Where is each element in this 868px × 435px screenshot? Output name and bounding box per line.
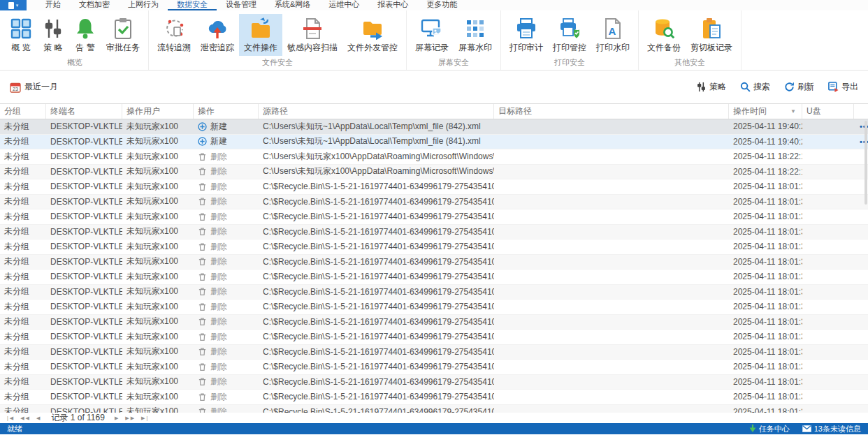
table-row[interactable]: 未分组DESKTOP-VLKTLE1未知玩家x100删除C:\$Recycle.… xyxy=(0,239,868,255)
unread-messages-button[interactable]: 13条未读信息 xyxy=(802,424,861,434)
table-row[interactable]: 未分组DESKTOP-VLKTLE1未知玩家x100删除C:\$Recycle.… xyxy=(0,375,868,390)
user-cell: 未知玩家x100 xyxy=(122,405,194,413)
table-row[interactable]: 未分组DESKTOP-VLKTLE1未知玩家x100删除C:\$Recycle.… xyxy=(0,315,868,330)
ribbon-button-打印管控[interactable]: 打印管控 xyxy=(548,14,591,56)
ribbon-button-打印审计[interactable]: 打印审计 xyxy=(505,14,548,56)
next-page-button[interactable]: ▶ xyxy=(115,415,120,421)
toolbar-策略-button[interactable]: 策略 xyxy=(696,81,726,93)
table-row[interactable]: 未分组DESKTOP-VLKTLE1未知玩家x100删除C:\$Recycle.… xyxy=(0,300,868,315)
ribbon-button-流转追溯[interactable]: 流转追溯 xyxy=(152,14,196,56)
ribbon-button-文件备份[interactable]: 文件备份 xyxy=(642,14,686,56)
usb-cell xyxy=(802,315,854,330)
operation-label: 删除 xyxy=(210,181,227,193)
column-header-U盘[interactable]: U盘 xyxy=(802,104,854,119)
app-file-icon xyxy=(8,2,14,9)
clipboard-doc-icon xyxy=(700,17,723,40)
table-row[interactable]: 未分组DESKTOP-VLKTLE1未知玩家x100删除C:\Users\未知玩… xyxy=(0,149,868,165)
operation-label: 删除 xyxy=(210,151,227,163)
terminal-cell: DESKTOP-VLKTLE1 xyxy=(46,300,122,314)
column-header-源路径[interactable]: 源路径 xyxy=(259,104,494,119)
menu-tab-系统&网络[interactable]: 系统&网络 xyxy=(266,0,319,10)
date-range-filter[interactable]: 23 最近一月 xyxy=(10,81,58,93)
printer-icon xyxy=(515,17,537,40)
usb-cell xyxy=(802,195,854,209)
table-row[interactable]: 未分组DESKTOP-VLKTLE1未知玩家x100删除C:\$Recycle.… xyxy=(0,255,868,270)
table-row[interactable]: 未分组DESKTOP-VLKTLE1未知玩家x100删除C:\$Recycle.… xyxy=(0,360,868,375)
ribbon-button-打印水印[interactable]: A打印水印 xyxy=(591,14,635,56)
ribbon-button-泄密追踪[interactable]: 泄密追踪 xyxy=(196,14,239,56)
next-block-button[interactable]: ▶▶ xyxy=(125,415,136,421)
column-header-操作时间[interactable]: 操作时间▼ xyxy=(729,104,802,119)
menu-tab-设备管理[interactable]: 设备管理 xyxy=(217,0,266,10)
trash-icon xyxy=(198,212,207,221)
ribbon-button-label: 审批任务 xyxy=(106,42,140,54)
src-path-cell: C:\$Recycle.Bin\S-1-5-21-1619774401-6349… xyxy=(259,225,494,239)
time-filter-caret-icon[interactable]: ▼ xyxy=(790,108,796,115)
prev-page-button[interactable]: ◀ xyxy=(36,415,41,421)
table-row[interactable]: 未分组DESKTOP-VLKTLE1未知玩家x100删除C:\Users\未知玩… xyxy=(0,165,868,180)
terminal-cell: DESKTOP-VLKTLE1 xyxy=(46,315,122,330)
table-row[interactable]: 未分组DESKTOP-VLKTLE1未知玩家x100删除C:\$Recycle.… xyxy=(0,285,868,300)
table-row[interactable]: 未分组DESKTOP-VLKTLE1未知玩家x100删除C:\$Recycle.… xyxy=(0,225,868,240)
ribbon-button-策略[interactable]: 策 略 xyxy=(37,14,69,56)
calendar-icon: 23 xyxy=(10,82,21,93)
column-header-目标路径[interactable]: 目标路径 xyxy=(494,104,729,119)
table-row[interactable]: 未分组DESKTOP-VLKTLE1未知玩家x100删除C:\$Recycle.… xyxy=(0,390,868,405)
column-header-actions[interactable] xyxy=(854,104,868,119)
ribbon-button-概览[interactable]: 概 览 xyxy=(5,14,37,56)
row-actions-cell xyxy=(854,330,868,344)
table-row[interactable]: 未分组DESKTOP-VLKTLE1未知玩家x100删除C:\$Recycle.… xyxy=(0,270,868,285)
table-row[interactable]: 未分组DESKTOP-VLKTLE1未知玩家x100删除C:\$Recycle.… xyxy=(0,405,868,413)
ribbon-button-文件外发管控[interactable]: 文件外发管控 xyxy=(342,14,403,56)
menu-tab-上网行为[interactable]: 上网行为 xyxy=(119,0,168,10)
task-center-button[interactable]: 任务中心 xyxy=(749,424,790,434)
toolbar-搜索-button[interactable]: 搜索 xyxy=(740,81,770,93)
trash-icon xyxy=(198,227,207,236)
ribbon-button-剪切板记录[interactable]: 剪切板记录 xyxy=(686,14,737,56)
first-page-button[interactable]: |◀ xyxy=(7,415,15,421)
menu-tab-更多功能[interactable]: 更多功能 xyxy=(417,0,466,10)
column-header-分组[interactable]: 分组 xyxy=(0,104,46,119)
ribbon-button-屏幕水印[interactable]: 屏幕水印 xyxy=(454,14,497,56)
menu-tab-运维中心[interactable]: 运维中心 xyxy=(319,0,368,10)
column-header-操作用户[interactable]: 操作用户 xyxy=(122,104,194,119)
user-cell: 未知玩家x100 xyxy=(122,239,194,254)
src-path-cell: C:\Users\未知玩家x100\AppData\Roaming\Micros… xyxy=(259,165,494,179)
last-page-button[interactable]: ▶| xyxy=(141,415,149,421)
row-actions-cell xyxy=(854,345,868,360)
time-cell: 2025-04-11 18:01:38 xyxy=(729,285,802,300)
src-path-cell: C:\$Recycle.Bin\S-1-5-21-1619774401-6349… xyxy=(259,315,494,330)
column-header-操作[interactable]: 操作 xyxy=(194,104,259,119)
target-path-cell xyxy=(494,149,729,164)
ribbon-button-文件操作[interactable]: 文件操作 xyxy=(239,14,282,56)
column-header-label: 分组 xyxy=(4,105,21,117)
ribbon-button-审批任务[interactable]: 审批任务 xyxy=(101,14,145,56)
table-row[interactable]: 未分组DESKTOP-VLKTLE1未知玩家x100新建C:\Users\未知玩… xyxy=(0,135,868,150)
column-header-终端名[interactable]: 终端名 xyxy=(46,104,122,119)
toolbar-刷新-button[interactable]: 刷新 xyxy=(784,81,814,93)
ribbon-button-敏感内容扫描[interactable]: 敏感内容扫描 xyxy=(282,14,342,56)
ribbon-button-屏幕记录[interactable]: 屏幕记录 xyxy=(410,14,454,56)
table-row[interactable]: 未分组DESKTOP-VLKTLE1未知玩家x100删除C:\$Recycle.… xyxy=(0,345,868,360)
table-row[interactable]: 未分组DESKTOP-VLKTLE1未知玩家x100删除C:\$Recycle.… xyxy=(0,330,868,345)
toolbar-导出-button[interactable]: 导出 xyxy=(828,81,858,93)
time-cell: 2025-04-11 18:01:38 xyxy=(729,300,802,314)
ribbon-group-label: 其他安全 xyxy=(642,56,737,71)
menu-tab-文档加密[interactable]: 文档加密 xyxy=(70,0,119,10)
time-cell: 2025-04-11 18:01:38 xyxy=(729,195,802,209)
vertical-scrollbar[interactable] xyxy=(865,121,867,205)
app-menu-button[interactable]: ▾ xyxy=(0,0,27,10)
menu-tab-开始[interactable]: 开始 xyxy=(36,0,70,10)
ribbon-button-label: 文件外发管控 xyxy=(347,42,398,54)
menu-tab-数据安全[interactable]: 数据安全 xyxy=(168,0,217,10)
table-row[interactable]: 未分组DESKTOP-VLKTLE1未知玩家x100新建C:\Users\未知玩… xyxy=(0,119,868,135)
table-row[interactable]: 未分组DESKTOP-VLKTLE1未知玩家x100删除C:\$Recycle.… xyxy=(0,209,868,225)
table-row[interactable]: 未分组DESKTOP-VLKTLE1未知玩家x100删除C:\$Recycle.… xyxy=(0,179,868,195)
group-cell: 未分组 xyxy=(0,360,46,374)
menu-tab-报表中心[interactable]: 报表中心 xyxy=(368,0,417,10)
prev-block-button[interactable]: ◀◀ xyxy=(20,415,31,421)
usb-cell xyxy=(802,255,854,270)
table-row[interactable]: 未分组DESKTOP-VLKTLE1未知玩家x100删除C:\$Recycle.… xyxy=(0,195,868,210)
operation-cell: 删除 xyxy=(194,315,259,330)
ribbon-button-告警[interactable]: 告 警 xyxy=(69,14,101,56)
